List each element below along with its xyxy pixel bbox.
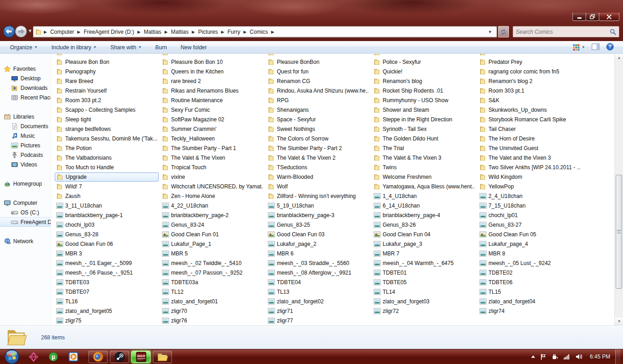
folder-item[interactable]: Upgrade bbox=[55, 172, 159, 182]
file-item[interactable]: 5_19_U18chan bbox=[266, 201, 370, 210]
clipped-file-item[interactable] bbox=[161, 54, 265, 57]
folder-item[interactable]: Renamon CG bbox=[266, 77, 370, 86]
folder-item[interactable]: Twins bbox=[372, 163, 476, 172]
folder-item[interactable]: Rare Breed bbox=[55, 77, 159, 86]
file-item[interactable]: meesh_-_07 Passion_-_9252 bbox=[161, 268, 265, 277]
recent-pages-dropdown[interactable]: ▼ bbox=[28, 28, 32, 33]
breadcrumb-separator-icon[interactable]: ▶ bbox=[76, 30, 82, 34]
taskbar-button-war-game[interactable]: WAR bbox=[131, 351, 151, 363]
folder-item[interactable]: Zillford - Winning isn't everything bbox=[266, 192, 370, 201]
volume-icon[interactable] bbox=[576, 354, 583, 360]
file-item[interactable]: meesh_-_04 Warmth_-_6475 bbox=[372, 259, 476, 268]
minimize-button[interactable] bbox=[572, 13, 586, 21]
folder-item[interactable]: Zaush bbox=[55, 192, 159, 201]
file-item[interactable]: zligr75 bbox=[55, 316, 159, 325]
restore-button[interactable] bbox=[586, 13, 599, 21]
folder-item[interactable]: The Slumber Party - Part 1 bbox=[161, 144, 265, 153]
breadcrumb-segment[interactable]: Computer bbox=[48, 28, 76, 36]
show-desktop-button[interactable] bbox=[615, 349, 620, 364]
folder-item[interactable]: YellowPop bbox=[478, 182, 582, 191]
sidebar-item-music[interactable]: Music bbox=[0, 131, 51, 140]
sidebar-item-videos[interactable]: Videos bbox=[0, 160, 51, 169]
folder-item[interactable]: RPG bbox=[266, 96, 370, 105]
folder-item[interactable]: TSeductions bbox=[266, 163, 370, 172]
folder-item[interactable]: Scappo - Collecting Samples bbox=[55, 105, 159, 114]
file-item[interactable]: 3_11_U18chan bbox=[55, 201, 159, 210]
sidebar-item-network[interactable]: Network bbox=[0, 236, 51, 246]
folder-item[interactable]: Wolf bbox=[266, 182, 370, 191]
file-item[interactable]: TDBTE01 bbox=[372, 268, 476, 277]
folder-item[interactable]: The Potion bbox=[55, 144, 159, 153]
sidebar-item-homegroup[interactable]: Homegroup bbox=[0, 179, 51, 188]
help-button[interactable]: ? bbox=[606, 43, 614, 52]
folder-item[interactable]: Rindou, Asuka And Shizuru (www.he... bbox=[266, 86, 370, 95]
file-item[interactable]: brianblackberry_page-3 bbox=[266, 211, 370, 220]
file-item[interactable]: Lukafur_Page_1 bbox=[161, 239, 265, 249]
file-item[interactable]: Genus_83-28 bbox=[55, 230, 159, 239]
file-item[interactable]: MBR 3 bbox=[55, 249, 159, 258]
folder-item[interactable]: Space - Sexyfur bbox=[266, 115, 370, 124]
file-item[interactable]: zlato_and_forget01 bbox=[161, 297, 265, 306]
file-item[interactable]: 7_15_U18chan bbox=[478, 201, 582, 210]
file-item[interactable]: meesh_-_02 Twiddle_-_5410 bbox=[161, 259, 265, 268]
folder-item[interactable]: Quickie! bbox=[372, 67, 476, 76]
search-icon[interactable] bbox=[610, 29, 616, 35]
sidebar-item-pictures[interactable]: Pictures bbox=[0, 140, 51, 150]
file-item[interactable]: 2_4_U18chan bbox=[478, 192, 582, 201]
folder-item[interactable]: The Slumber Party - Part 2 bbox=[266, 144, 370, 153]
file-item[interactable]: TDBTE04 bbox=[266, 278, 370, 287]
scroll-thumb[interactable] bbox=[616, 175, 622, 289]
folder-item[interactable]: vixine bbox=[161, 172, 265, 182]
file-item[interactable]: 6_14_U18chan bbox=[372, 201, 476, 210]
organize-button[interactable]: Organize▼ bbox=[6, 42, 42, 52]
folder-item[interactable]: Shower and Steam bbox=[372, 105, 476, 114]
folder-item[interactable]: Yamatogawa, Aqua Bless (www.hent... bbox=[372, 182, 476, 191]
file-item[interactable]: TL12 bbox=[161, 287, 265, 296]
folder-item[interactable]: Routine Maintenance bbox=[161, 96, 265, 105]
sidebar-item-podcasts[interactable]: Podcasts bbox=[0, 150, 51, 160]
file-item[interactable]: Good Clean Fun 03 bbox=[266, 230, 370, 239]
file-item[interactable]: Lukafur_page_3 bbox=[372, 239, 476, 249]
file-item[interactable]: TDBTE05 bbox=[372, 278, 476, 287]
file-item[interactable]: Lukafur_page_2 bbox=[266, 239, 370, 249]
file-item[interactable]: zligr77 bbox=[266, 316, 370, 325]
folder-item[interactable]: Storybook Romance Carli Spike bbox=[478, 115, 582, 124]
file-item[interactable]: TL15 bbox=[478, 287, 582, 296]
taskbar-button-steam[interactable] bbox=[110, 351, 129, 363]
folder-item[interactable]: The Valet & The Vixen 2 bbox=[266, 153, 370, 162]
file-item[interactable]: zligr71 bbox=[266, 307, 370, 316]
file-item[interactable]: 1_4_U18chan bbox=[372, 192, 476, 201]
breadcrumb-segment[interactable]: Mattias bbox=[169, 28, 191, 36]
sidebar-item-freeagent-drive-d-[interactable]: FreeAgent Drive (D:) bbox=[0, 217, 51, 227]
file-item[interactable]: brianblackberry_page-1 bbox=[55, 211, 159, 220]
folder-item[interactable]: The Valbadorisians bbox=[55, 153, 159, 162]
file-item[interactable]: 4_22_U18chan bbox=[161, 201, 265, 210]
folder-item[interactable]: Rikas and Renamons Blues bbox=[161, 86, 265, 95]
folder-item[interactable]: Sweet Nothings bbox=[266, 125, 370, 134]
folder-item[interactable]: Summer Crammin' bbox=[161, 125, 265, 134]
address-bar[interactable]: ▶ Computer▶FreeAgent Drive (D:)▶Mattias▶… bbox=[33, 26, 497, 37]
file-item[interactable]: Lukafur_page_4 bbox=[478, 239, 582, 249]
folder-item[interactable]: Sleep tight bbox=[55, 115, 159, 124]
file-item[interactable]: zligr76 bbox=[161, 316, 265, 325]
breadcrumb-separator-icon[interactable]: ▶ bbox=[220, 30, 226, 34]
file-item[interactable]: TDBTE03a bbox=[161, 278, 265, 287]
folder-item[interactable]: Welcome Freshmen bbox=[372, 172, 476, 182]
action-center-icon[interactable] bbox=[540, 354, 546, 360]
folder-item[interactable]: Quest for fun bbox=[266, 67, 370, 76]
sidebar-item-computer[interactable]: Computer bbox=[0, 198, 51, 208]
folder-item[interactable]: Zen - Home Alone bbox=[161, 192, 265, 201]
folder-item[interactable]: The Valet and the Vixen 3 bbox=[478, 153, 582, 162]
folder-item[interactable]: Rocket Ship Rodents .01 bbox=[372, 86, 476, 95]
breadcrumb-segment[interactable]: Pictures bbox=[196, 28, 219, 36]
clipped-file-item[interactable] bbox=[478, 54, 582, 57]
clipped-file-item[interactable] bbox=[55, 54, 159, 57]
folder-item[interactable]: Pleasure BonBon bbox=[266, 57, 370, 67]
scroll-up-button[interactable]: ▲ bbox=[615, 54, 623, 62]
folder-item[interactable]: Shenanigans bbox=[266, 105, 370, 114]
folder-item[interactable]: Two Silver Ankhs [WIP 24.10.2011 - ... bbox=[478, 163, 582, 172]
sidebar-item-favorites[interactable]: Favorites bbox=[0, 64, 51, 73]
file-item[interactable]: Good Clean Fun 04 bbox=[372, 230, 476, 239]
folder-item[interactable]: ragnarig color comic from fn5 bbox=[478, 67, 582, 76]
folder-item[interactable]: strange bedfellows bbox=[55, 125, 159, 134]
